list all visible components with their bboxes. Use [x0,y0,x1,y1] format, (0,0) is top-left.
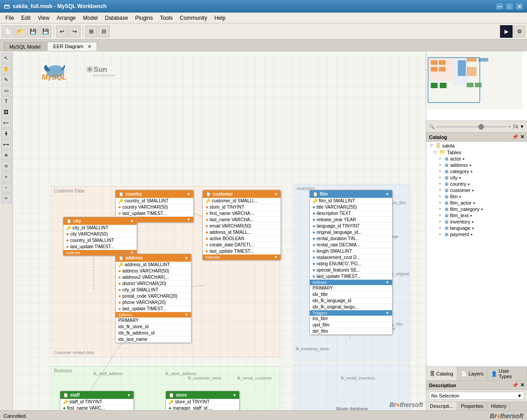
settings-button[interactable]: ⚙ [514,26,525,37]
catalog-title: Catalog [429,134,447,140]
tree-item-film-actor[interactable]: + ▦ film_actor ● [426,200,527,206]
section-address-indexes: Indexes▼ [116,312,191,317]
menu-database[interactable]: Database [101,14,131,22]
table-film[interactable]: 📋 film ▼ 🔑film_id SMALLINT ◆title VARCHA… [309,190,393,335]
maximize-button[interactable]: □ [505,3,514,10]
tree-item-film-text[interactable]: + ▦ film_text ● [426,212,527,219]
menu-tools[interactable]: Tools [156,14,176,22]
minimize-button[interactable]: — [496,3,504,10]
dropdown-icon[interactable]: ▼ [130,219,134,223]
diagram-area[interactable]: fk_staff_address fk_store_address fk_cus… [13,51,426,410]
dropdown-icon[interactable]: ▼ [232,393,237,398]
zoom-dropdown[interactable]: ▼ [520,124,524,129]
menu-plugins[interactable]: Plugins [132,14,156,22]
zoom-in-icon[interactable]: + [508,124,511,129]
dropdown-icon[interactable]: ▼ [274,192,278,197]
conn4-tool[interactable]: ⊕ [1,150,11,160]
close-button[interactable]: ✕ [515,3,523,10]
conn5-tool[interactable]: ⊖ [1,161,11,171]
save2-button[interactable]: 💾 [40,26,51,37]
tab-eer-diagram[interactable]: EER Diagram ✕ [47,42,97,51]
table-address[interactable]: 📋 address ▼ 🔑address_id SMALLINT ◆addres… [115,254,192,343]
row-addr-city: ◆city_id SMALLINT [116,287,191,293]
menu-bar: File Edit View Arrange Model Database Pl… [0,13,527,23]
zoom-out-icon[interactable]: 🔍 [429,124,434,129]
menu-arrange[interactable]: Arrange [53,14,80,22]
tree-item-customer[interactable]: + ▦ customer ● [426,187,527,193]
tree-item-inventory[interactable]: + ▦ inventory ● [426,219,527,225]
eraser-tool[interactable]: ✂ [1,193,11,203]
save-button[interactable]: 💾 [27,26,39,37]
menu-view[interactable]: View [34,14,53,22]
menu-help[interactable]: Help [211,14,229,22]
dropdown-icon[interactable]: ▼ [184,256,188,260]
table-city[interactable]: 📋 city ▼ 🔑city_id SMALLINT ◆city VARCHAR… [63,217,137,256]
menu-model[interactable]: Model [80,14,102,22]
table-address-header: 📋 address ▼ [116,254,191,262]
bottom-tab-properties[interactable]: Properties [457,402,487,410]
debug-button[interactable]: ▶ [500,25,513,38]
tree-item-address[interactable]: + ▦ address ● [426,162,527,168]
desc-close-icon[interactable]: ✕ [520,382,524,388]
row-addr-update: ◆last_update TIMEST... [116,306,191,312]
menu-edit[interactable]: Edit [18,14,34,22]
text-tool[interactable]: T [1,96,11,106]
row-district: ◆district VARCHAR(20) [116,281,191,287]
conn1-tool[interactable]: ⟵ [1,118,11,128]
row-idx-primary: PRIMARY [116,317,191,324]
conn2-tool[interactable]: ╋ [1,129,11,139]
row-length: ◆length SMALLINT [310,248,392,255]
tree-item-category[interactable]: + ▦ category ● [426,168,527,174]
catalog-tab-layers[interactable]: 📄 Layers [457,367,487,380]
dropdown-icon[interactable]: ▼ [127,393,131,398]
menu-file[interactable]: File [2,14,18,22]
redo-button[interactable]: ↪ [69,26,80,37]
section-customer-indexes: Indexes▼ [203,255,281,260]
row-first-name: ◆first_name VARCHA... [203,210,281,217]
table-customer[interactable]: 📋 customer ▼ 🔑customer_id SMALLI... ◆sto… [202,190,281,260]
no-selection-dropdown[interactable]: No Selection ▼ [429,392,524,400]
undo-button[interactable]: ↩ [56,26,68,37]
user-types-label: User Types [499,368,523,379]
catalog-tab-catalog[interactable]: 🗄 Catalog [426,367,457,380]
menu-community[interactable]: Community [176,14,211,22]
desc-pin-icon[interactable]: 📌 [512,382,518,388]
tree-item-city[interactable]: + ▦ city ● [426,174,527,181]
tree-item-language[interactable]: + ▦ language ● [426,225,527,231]
tree-item-country[interactable]: + ▦ country ● [426,181,527,187]
zoom-out-tool[interactable]: − [1,183,11,192]
tab-close-icon[interactable]: ✕ [88,44,91,49]
tree-item-actor[interactable]: + ▦ actor ● [426,156,527,162]
row-store-id: ◆store_id TINYINT [203,204,281,210]
tree-item-film[interactable]: + ▦ film ● [426,193,527,200]
tree-item-payment[interactable]: + ▦ payment ● [426,231,527,237]
pencil-tool[interactable]: ✎ [1,75,11,85]
bottom-tab-description[interactable]: Descripti... [426,402,457,410]
catalog-close-icon[interactable]: ✕ [520,134,524,140]
new-button[interactable]: 📄 [2,26,13,37]
catalog-pin-icon[interactable]: 📌 [512,134,518,140]
tree-item-film-category[interactable]: + ▦ film_category ● [426,206,527,212]
catalog-tab-label: Catalog [436,371,453,376]
tree-item-tables-folder[interactable]: ▽ 📁 Tables [426,149,527,156]
hand-tool[interactable]: ✋ [1,64,11,74]
table-store[interactable]: 📋 store ▼ 🔑store_id TINYINT ◆manager_sta… [165,391,240,410]
image-tool[interactable]: 🖼 [1,107,11,117]
zoom-slider[interactable] [436,126,506,128]
toggle1-button[interactable]: ⊞ [85,26,97,37]
dropdown-icon[interactable]: ▼ [187,192,191,197]
bottom-tab-history[interactable]: History [487,402,510,410]
tab-mysql-model[interactable]: MySQL Model [4,42,46,51]
rect-tool[interactable]: ▭ [1,85,11,95]
dropdown-icon[interactable]: ▼ [385,192,389,197]
select-tool[interactable]: ↖ [1,53,11,63]
zoom-in-tool[interactable]: + [1,172,11,182]
toggle2-button[interactable]: ⊟ [98,26,110,37]
table-staff[interactable]: 📋 staff ▼ 🔑staff_id TINYINT ◆first_name … [60,391,134,410]
catalog-tab-user-types[interactable]: 👤 User Types [487,367,527,380]
row-film-update: ◆last_update TIMEST... [310,273,392,280]
svg-text:Sun: Sun [94,66,107,73]
conn3-tool[interactable]: ⟷ [1,139,11,149]
open-button[interactable]: 📂 [14,26,26,37]
tree-item-schema[interactable]: ▽ 🗄 sakila [426,143,527,149]
